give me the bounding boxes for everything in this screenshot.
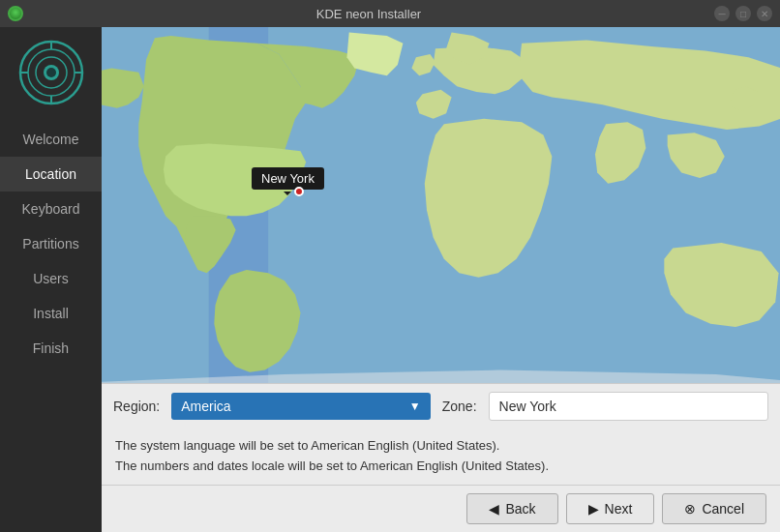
region-select[interactable]: America Europe Asia Africa Pacific bbox=[171, 393, 430, 420]
back-button[interactable]: ◀ Back bbox=[466, 493, 557, 524]
titlebar-title: KDE neon Installer bbox=[23, 7, 714, 21]
next-icon: ▶ bbox=[588, 501, 599, 517]
cancel-icon: ⊗ bbox=[684, 501, 696, 517]
maximize-button[interactable]: □ bbox=[735, 6, 751, 21]
region-select-wrapper[interactable]: America Europe Asia Africa Pacific ▼ bbox=[171, 393, 430, 420]
sidebar-nav: Welcome Location Keyboard Partitions Use… bbox=[0, 122, 102, 366]
sidebar-item-users[interactable]: Users bbox=[0, 261, 102, 296]
svg-point-4 bbox=[46, 68, 56, 77]
app-icon bbox=[8, 6, 23, 21]
minimize-button[interactable]: ─ bbox=[714, 6, 730, 21]
sidebar-logo bbox=[17, 39, 85, 106]
window-controls: ─ □ ✕ bbox=[714, 6, 772, 21]
titlebar: KDE neon Installer ─ □ ✕ bbox=[0, 0, 780, 27]
info-section: The system language will be set to Ameri… bbox=[102, 429, 780, 485]
location-dot bbox=[294, 187, 304, 196]
main-container: Welcome Location Keyboard Partitions Use… bbox=[0, 27, 780, 532]
sidebar-item-keyboard[interactable]: Keyboard bbox=[0, 192, 102, 226]
next-button[interactable]: ▶ Next bbox=[566, 493, 655, 524]
sidebar: Welcome Location Keyboard Partitions Use… bbox=[0, 27, 102, 532]
controls-row: Region: America Europe Asia Africa Pacif… bbox=[102, 383, 780, 429]
back-icon: ◀ bbox=[489, 501, 499, 517]
close-button[interactable]: ✕ bbox=[757, 6, 772, 21]
content-area: New York Region: America Europe Asia Afr… bbox=[102, 27, 780, 532]
sidebar-item-finish[interactable]: Finish bbox=[0, 331, 102, 366]
world-map[interactable] bbox=[102, 27, 780, 383]
info-line-2: The numbers and dates locale will be set… bbox=[115, 458, 766, 473]
sidebar-item-partitions[interactable]: Partitions bbox=[0, 226, 102, 261]
zone-label: Zone: bbox=[442, 399, 477, 414]
sidebar-item-install[interactable]: Install bbox=[0, 296, 102, 331]
footer: ◀ Back ▶ Next ⊗ Cancel bbox=[102, 485, 780, 532]
region-label: Region: bbox=[113, 399, 160, 414]
cancel-button[interactable]: ⊗ Cancel bbox=[662, 493, 766, 524]
map-container[interactable]: New York bbox=[102, 27, 780, 383]
sidebar-item-welcome[interactable]: Welcome bbox=[0, 122, 102, 157]
zone-value: New York bbox=[489, 392, 768, 421]
sidebar-item-location[interactable]: Location bbox=[0, 157, 102, 192]
info-line-1: The system language will be set to Ameri… bbox=[115, 438, 766, 453]
